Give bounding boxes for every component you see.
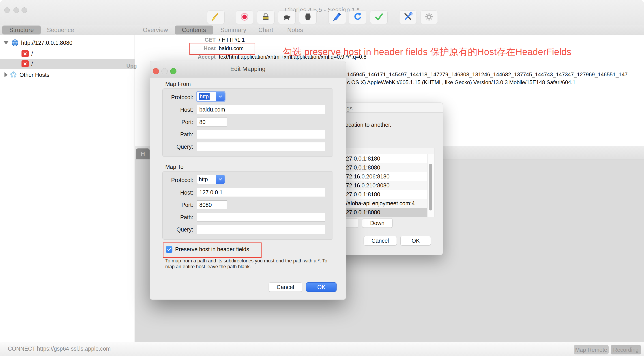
to-port-field[interactable] <box>197 200 227 209</box>
header-value-clipped-1: 145945_146171_145497_144118_147279_14630… <box>347 72 632 78</box>
to-port-label: Port: <box>150 202 193 208</box>
from-protocol-select[interactable]: http <box>197 92 224 101</box>
globe-icon <box>11 39 19 46</box>
hosts-cluster-icon <box>10 71 17 78</box>
header-value-clipped-2: c OS X) AppleWebKit/605.1.15 (KHTML, lik… <box>347 79 576 86</box>
to-protocol-value: http <box>199 176 208 182</box>
record-icon <box>240 12 250 22</box>
from-path-label: Path: <box>150 131 193 138</box>
subtab-headers[interactable]: H <box>136 148 150 160</box>
gear-icon <box>424 12 434 22</box>
to-query-label: Query: <box>150 226 193 233</box>
structure-tree-panel: http://127.0.0.1:8080 / / Other Hosts Fi… <box>0 36 135 342</box>
edit-mapping-ok-button[interactable]: OK <box>306 282 336 292</box>
chevron-down-icon[interactable] <box>216 175 224 184</box>
other-hosts-label: Other Hosts <box>20 72 49 78</box>
tab-contents[interactable]: Contents <box>175 26 213 34</box>
throttling-button[interactable] <box>278 10 296 24</box>
from-port-field[interactable] <box>197 118 227 126</box>
repeat-icon <box>353 12 362 22</box>
status-text: CONNECT https://gsp64-ssl.ls.apple.com <box>8 346 110 352</box>
to-query-field[interactable] <box>197 225 325 234</box>
to-host-label: Host: <box>150 190 193 196</box>
header-name-clipped: Upg <box>56 63 137 69</box>
tree-item-label: / <box>31 50 33 57</box>
breakpoints-button[interactable] <box>299 10 317 24</box>
tab-chart[interactable]: Chart <box>254 26 278 34</box>
from-host-field[interactable] <box>197 105 325 114</box>
ssl-lock-icon <box>261 12 271 22</box>
recording-badge[interactable]: Recording <box>611 345 641 354</box>
from-protocol-label: Protocol: <box>150 94 193 100</box>
mapping-note-line1: To map from a path and its subdirectorie… <box>165 258 327 264</box>
from-path-field[interactable] <box>197 130 325 139</box>
preserve-host-checkbox[interactable] <box>166 246 172 253</box>
host-highlight-box <box>190 43 255 55</box>
from-protocol-value: http <box>199 93 210 100</box>
disclosure-open-icon[interactable] <box>4 41 8 44</box>
charles-window: Charles 4.5.5 - Session 1 * <box>0 0 644 356</box>
tools-button[interactable] <box>399 10 417 24</box>
validate-button[interactable] <box>370 10 388 24</box>
tree-item-path[interactable]: / <box>0 48 135 59</box>
down-button[interactable]: Down <box>362 218 392 228</box>
clear-session-button[interactable] <box>207 10 224 24</box>
chevron-down-icon[interactable] <box>216 92 224 101</box>
edit-mapping-title: Edit Mapping <box>150 66 346 72</box>
tools-icon <box>403 12 413 22</box>
to-path-label: Path: <box>150 214 193 220</box>
map-from-section-label: Map From <box>165 81 191 87</box>
to-path-field[interactable] <box>197 213 325 222</box>
window-titlebar: Charles 4.5.5 - Session 1 * <box>0 0 644 25</box>
map-remote-title-fragment: gs <box>346 105 352 112</box>
edit-mapping-cancel-button[interactable]: Cancel <box>269 282 302 292</box>
to-protocol-select[interactable]: http <box>197 175 224 184</box>
annotation-text: 勾选 preserve host in header fields 保护原有的H… <box>283 46 571 58</box>
from-query-label: Query: <box>150 144 193 150</box>
tree-item-label: / <box>31 61 33 67</box>
tree-root-host[interactable]: http://127.0.0.1:8080 <box>0 38 135 48</box>
broom-icon <box>211 12 221 22</box>
disclosure-closed-icon[interactable] <box>4 72 8 77</box>
tab-strip: Structure Sequence Overview Contents Sum… <box>0 25 644 36</box>
to-host-field[interactable] <box>197 188 325 197</box>
mapping-note-line2: map an entire host leave the path blank. <box>165 264 251 270</box>
hexagon-icon <box>303 12 313 22</box>
map-remote-description: ocation to another. <box>345 122 392 128</box>
status-bar: CONNECT https://gsp64-ssl.ls.apple.com M… <box>0 342 644 356</box>
map-remote-ok-button[interactable]: OK <box>400 236 431 246</box>
tree-other-hosts[interactable]: Other Hosts <box>0 70 135 80</box>
scrollbar-thumb[interactable] <box>429 164 432 210</box>
tab-summary[interactable]: Summary <box>218 26 248 34</box>
edit-mapping-titlebar: Edit Mapping <box>150 61 346 78</box>
error-x-icon <box>22 50 29 57</box>
tree-root-label: http://127.0.0.1:8080 <box>21 40 72 46</box>
map-to-section-label: Map To <box>165 164 184 170</box>
from-query-field[interactable] <box>197 142 325 151</box>
repeat-button[interactable] <box>349 10 366 24</box>
preserve-host-checkbox-label: Preserve host in header fields <box>175 246 249 252</box>
check-icon <box>167 247 171 252</box>
tab-sequence[interactable]: Sequence <box>45 26 76 34</box>
header-name-method: GET <box>135 37 216 43</box>
tab-structure[interactable]: Structure <box>2 26 41 34</box>
map-remote-badge[interactable]: Map Remote <box>574 345 608 354</box>
pen-icon <box>332 12 342 22</box>
settings-button[interactable] <box>420 10 438 24</box>
checkmark-icon <box>374 12 384 22</box>
tab-overview[interactable]: Overview <box>140 26 170 34</box>
from-port-label: Port: <box>150 119 193 126</box>
record-button[interactable] <box>236 10 253 24</box>
turtle-icon <box>282 12 292 22</box>
map-remote-cancel-button[interactable]: Cancel <box>364 236 397 246</box>
compose-button[interactable] <box>328 10 346 24</box>
list-scrollbar[interactable] <box>427 154 434 217</box>
ssl-proxying-button[interactable] <box>257 10 274 24</box>
from-host-label: Host: <box>150 106 193 113</box>
edit-mapping-dialog: Edit Mapping Map From Protocol: http Hos… <box>150 61 346 300</box>
header-value-method: / HTTP/1.1 <box>219 37 245 43</box>
header-name-accept: Accept <box>135 54 216 60</box>
to-protocol-label: Protocol: <box>150 177 193 183</box>
tab-notes[interactable]: Notes <box>284 26 306 34</box>
window-title: Charles 4.5.5 - Session 1 * <box>0 6 644 14</box>
